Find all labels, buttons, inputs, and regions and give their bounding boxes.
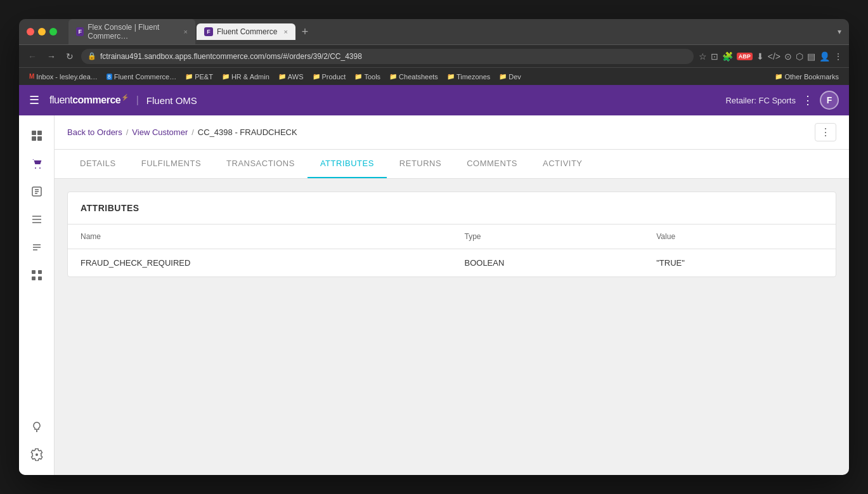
folder-icon-timezones: 📁 xyxy=(447,73,455,80)
new-tab-button[interactable]: + xyxy=(299,25,311,39)
brand-name: fluentcommerce⚡ xyxy=(49,94,129,106)
svg-rect-2 xyxy=(32,136,36,141)
attributes-section-header: ATTRIBUTES xyxy=(68,192,836,224)
tab-transactions[interactable]: TRANSACTIONS xyxy=(214,150,308,178)
col-header-type: Type xyxy=(452,224,644,249)
svg-rect-3 xyxy=(37,136,42,141)
url-bar[interactable]: 🔒 fctrainau491.sandbox.apps.fluentcommer… xyxy=(81,49,694,64)
sidebar-item-lists[interactable] xyxy=(24,235,49,260)
tab-comments[interactable]: COMMENTS xyxy=(454,150,530,178)
breadcrumb-back-orders[interactable]: Back to Orders xyxy=(67,127,122,137)
content-body: ATTRIBUTES Name Type Value xyxy=(55,179,849,290)
reading-view-icon[interactable]: ▤ xyxy=(807,51,815,62)
attributes-table: Name Type Value FRAUD_CHECK_REQUIRED BOO… xyxy=(68,224,836,276)
tab2-close[interactable]: × xyxy=(283,28,287,36)
sidebar-item-orders[interactable] xyxy=(24,151,49,176)
maximize-button[interactable] xyxy=(49,28,57,36)
extensions2-icon[interactable]: ⬡ xyxy=(796,51,803,62)
folder-icon-dev: 📁 xyxy=(499,73,507,80)
download-icon[interactable]: ⬇ xyxy=(756,51,764,62)
close-button[interactable] xyxy=(27,28,34,36)
attributes-header-row: Name Type Value xyxy=(68,224,836,249)
svg-rect-6 xyxy=(38,270,42,274)
main-layout: Back to Orders / View Customer / CC_4398… xyxy=(19,115,849,475)
more-icon[interactable]: ⋮ xyxy=(834,51,843,62)
folder-icon-peat: 📁 xyxy=(185,73,193,80)
sidebar-item-inventory[interactable] xyxy=(24,207,49,232)
attr-value: "TRUE" xyxy=(644,249,836,277)
breadcrumb-sep2: / xyxy=(191,127,194,137)
tab2-favicon: F xyxy=(204,27,213,36)
breadcrumb-actions: ⋮ xyxy=(815,123,836,141)
attributes-table-body: FRAUD_CHECK_REQUIRED BOOLEAN "TRUE" xyxy=(68,249,836,277)
tab2-label: Fluent Commerce xyxy=(217,27,277,36)
bulb-icon xyxy=(30,420,43,433)
code-icon[interactable]: </> xyxy=(768,51,781,62)
reload-button[interactable]: ↻ xyxy=(63,50,76,63)
bookmark-cheatsheets[interactable]: 📁 Cheatsheets xyxy=(385,72,442,82)
svg-rect-1 xyxy=(37,131,42,135)
bookmark-star-icon[interactable]: ☆ xyxy=(699,51,707,62)
bookmark-dev-label: Dev xyxy=(508,73,521,81)
forward-button[interactable]: → xyxy=(44,50,58,63)
title-bar: F Flex Console | Fluent Commerc… × F Flu… xyxy=(19,19,849,44)
tab-returns[interactable]: RETURNS xyxy=(387,150,454,178)
top-nav: ☰ fluentcommerce⚡ | Fluent OMS Retailer:… xyxy=(19,85,849,115)
bookmark-dev[interactable]: 📁 Dev xyxy=(495,72,525,82)
attr-name: FRAUD_CHECK_REQUIRED xyxy=(68,249,452,277)
back-button[interactable]: ← xyxy=(25,50,39,63)
bookmark-tools[interactable]: 📁 Tools xyxy=(351,72,384,82)
breadcrumb-more-button[interactable]: ⋮ xyxy=(815,123,836,141)
bookmark-inbox-label: Inbox - lesley.dea… xyxy=(36,73,97,81)
sidebar-item-settings[interactable] xyxy=(24,442,49,467)
svg-rect-8 xyxy=(38,276,42,280)
minimize-button[interactable] xyxy=(38,28,46,36)
tab-dropdown[interactable]: ▾ xyxy=(838,27,841,36)
bookmark-product[interactable]: 📁 Product xyxy=(309,72,350,82)
cast-icon[interactable]: ⊡ xyxy=(711,51,718,62)
user-avatar[interactable]: F xyxy=(820,91,839,110)
nav-more-icon[interactable]: ⋮ xyxy=(802,93,813,107)
nav-right: Retailer: FC Sports ⋮ F xyxy=(725,91,839,110)
breadcrumb-bar: Back to Orders / View Customer / CC_4398… xyxy=(55,115,849,150)
browser-tab-2[interactable]: F Fluent Commerce × xyxy=(197,23,295,40)
tab1-favicon: F xyxy=(76,27,84,36)
sidebar xyxy=(19,115,55,475)
bookmark-other[interactable]: 📁 Other Bookmarks xyxy=(771,72,843,82)
tab-activity[interactable]: ACTIVITY xyxy=(530,150,595,178)
bookmark-timezones[interactable]: 📁 Timezones xyxy=(443,72,494,82)
attributes-card: ATTRIBUTES Name Type Value xyxy=(67,192,836,277)
bookmark-peat[interactable]: 📁 PE&T xyxy=(181,72,217,82)
bookmark-fluent[interactable]: 8 Fluent Commerce… xyxy=(103,72,180,82)
tab-fulfilments[interactable]: FULFILMENTS xyxy=(129,150,214,178)
sidebar-item-bulb[interactable] xyxy=(24,414,49,439)
sidebar-item-catalogue[interactable] xyxy=(24,179,49,204)
tab-details[interactable]: DETAILS xyxy=(67,150,129,178)
extensions-icon[interactable]: 🧩 xyxy=(722,51,733,62)
profile-icon[interactable]: ⊙ xyxy=(784,51,792,62)
bookmark-cheatsheets-label: Cheatsheets xyxy=(399,73,438,81)
svg-rect-5 xyxy=(32,270,36,274)
col-header-name: Name xyxy=(68,224,452,249)
tab1-close[interactable]: × xyxy=(184,28,188,36)
bookmark-inbox[interactable]: M Inbox - lesley.dea… xyxy=(25,72,101,82)
sidebar-item-dashboard[interactable] xyxy=(24,123,49,148)
bookmark-aws-label: AWS xyxy=(288,73,304,81)
gmail-icon: M xyxy=(29,73,34,80)
attributes-table-head: Name Type Value xyxy=(68,224,836,249)
app-content: ☰ fluentcommerce⚡ | Fluent OMS Retailer:… xyxy=(19,85,849,475)
lock-icon: 🔒 xyxy=(87,52,96,60)
tab-attributes[interactable]: ATTRIBUTES xyxy=(308,150,387,178)
hamburger-menu[interactable]: ☰ xyxy=(29,93,39,107)
bookmark-hr[interactable]: 📁 HR & Admin xyxy=(218,72,273,82)
inventory-icon xyxy=(30,213,43,226)
table-row: FRAUD_CHECK_REQUIRED BOOLEAN "TRUE" xyxy=(68,249,836,277)
bookmark-peat-label: PE&T xyxy=(195,73,213,81)
browser-tab-1[interactable]: F Flex Console | Fluent Commerc… × xyxy=(68,19,195,44)
bookmark-other-label: Other Bookmarks xyxy=(784,73,839,81)
breadcrumb-view-customer[interactable]: View Customer xyxy=(132,127,188,137)
address-actions: ☆ ⊡ 🧩 ABP ⬇ </> ⊙ ⬡ ▤ 👤 ⋮ xyxy=(699,51,843,62)
sidebar-item-grid[interactable] xyxy=(24,263,49,288)
user-profile-icon[interactable]: 👤 xyxy=(819,51,830,62)
bookmark-aws[interactable]: 📁 AWS xyxy=(275,72,308,82)
